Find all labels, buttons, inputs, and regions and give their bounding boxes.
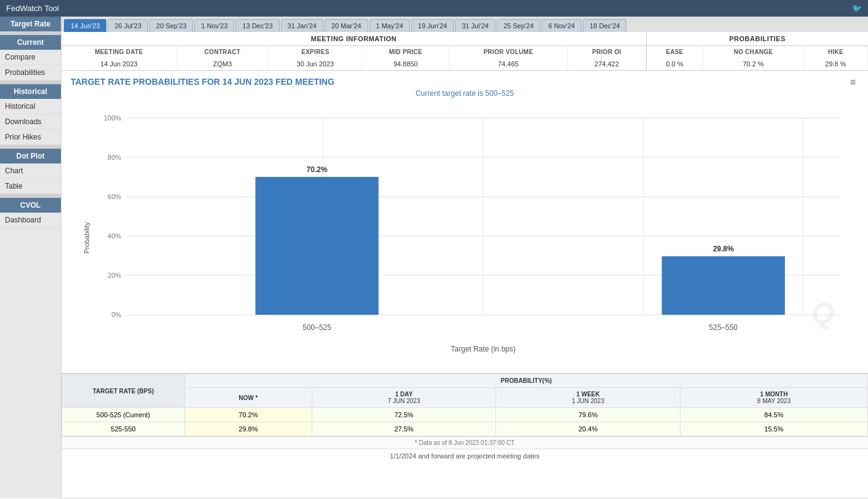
td-contract: ZQM3	[176, 58, 268, 70]
tab-bar: 14 Jun'23 26 Jul'23 20 Sep'23 1 Nov'23 1…	[61, 17, 868, 32]
td-1day-525-550: 27.5%	[312, 422, 496, 436]
tab-19jun24[interactable]: 19 Jun'24	[411, 19, 454, 32]
svg-text:20%: 20%	[108, 272, 121, 279]
svg-text:40%: 40%	[108, 232, 121, 240]
sidebar-item-chart[interactable]: Chart	[0, 163, 61, 179]
meeting-info-title: MEETING INFORMATION	[61, 32, 646, 46]
bar-525-550	[662, 256, 785, 315]
th-expires: EXPIRES	[268, 46, 362, 58]
app-title: FedWatch Tool	[6, 4, 59, 13]
probabilities-section: PROBABILITIES EASE NO CHANGE HIKE 0.0 %	[647, 32, 868, 70]
svg-text:Probability: Probability	[83, 222, 90, 254]
twitter-icon: 🐦	[852, 4, 862, 13]
meeting-info-row: 14 Jun 2023 ZQM3 30 Jun 2023 94.8850 74,…	[61, 58, 646, 70]
bar-500-525	[255, 177, 378, 315]
td-expires: 30 Jun 2023	[268, 58, 362, 70]
target-rate-button[interactable]: Target Rate	[0, 17, 61, 31]
th-mid-price: MID PRICE	[362, 46, 449, 58]
td-meeting-date: 14 Jun 2023	[61, 58, 176, 70]
td-1month-500-525: 84.5%	[680, 408, 867, 422]
chart-container: Q Probability 100% 80% 60%	[77, 103, 853, 367]
td-1month-525-550: 15.5%	[680, 422, 867, 436]
table-row-500-525: 500-525 (Current) 70.2% 72.5% 79.6% 84.5…	[62, 408, 868, 422]
svg-text:60%: 60%	[108, 193, 121, 200]
td-mid-price: 94.8850	[362, 58, 449, 70]
th-probability-pct: PROBABILITY(%)	[185, 374, 868, 388]
tab-14jun23[interactable]: 14 Jun'23	[64, 19, 106, 32]
svg-text:500–525: 500–525	[302, 323, 331, 332]
th-prior-oi: PRIOR OI	[567, 46, 645, 58]
td-rate-500-525: 500-525 (Current)	[62, 408, 185, 422]
svg-text:80%: 80%	[108, 154, 121, 161]
sidebar-item-prior-hikes[interactable]: Prior Hikes	[0, 130, 61, 145]
tab-1nov23[interactable]: 1 Nov'23	[194, 19, 234, 32]
main-panel: MEETING INFORMATION MEETING DATE CONTRAC…	[61, 32, 868, 497]
current-section-header[interactable]: Current	[0, 35, 61, 50]
td-no-change: 70.2 %	[703, 58, 803, 70]
td-now-525-550: 29.8%	[185, 422, 312, 436]
historical-section-header[interactable]: Historical	[0, 84, 61, 99]
tab-13dec23[interactable]: 13 Dec'23	[235, 19, 279, 32]
th-ease: EASE	[647, 46, 703, 58]
bar-chart-svg: Probability 100% 80% 60% 40%	[77, 103, 853, 367]
td-rate-525-550: 525-550	[62, 422, 185, 436]
meeting-info-section: MEETING INFORMATION MEETING DATE CONTRAC…	[61, 32, 647, 70]
td-hike: 29.8 %	[803, 58, 867, 70]
info-grid: MEETING INFORMATION MEETING DATE CONTRAC…	[61, 32, 868, 71]
sidebar-item-dashboard[interactable]: Dashboard	[0, 213, 61, 228]
td-now-500-525: 70.2%	[185, 408, 312, 422]
th-1month: 1 MONTH8 MAY 2023	[680, 388, 867, 408]
td-1week-500-525: 79.6%	[496, 408, 681, 422]
dot-plot-section-header[interactable]: Dot Plot	[0, 149, 61, 163]
tab-25sep24[interactable]: 25 Sep'24	[497, 19, 540, 32]
data-footnote: * Data as of 8 Jun 2023 01:37:00 CT	[61, 436, 868, 449]
th-hike: HIKE	[803, 46, 867, 58]
probabilities-title: PROBABILITIES	[647, 32, 868, 46]
chart-subtitle: Current target rate is 500–525	[71, 89, 859, 98]
th-1day: 1 DAY7 JUN 2023	[312, 388, 496, 408]
tab-6nov24[interactable]: 6 Nov'24	[542, 19, 582, 32]
td-ease: 0.0 %	[647, 58, 703, 70]
svg-text:70.2%: 70.2%	[307, 165, 328, 174]
sidebar-item-downloads[interactable]: Downloads	[0, 114, 61, 130]
th-contract: CONTRACT	[176, 46, 268, 58]
sidebar-item-table[interactable]: Table	[0, 179, 61, 194]
footer-note: 1/1/2024 and forward are projected meeti…	[61, 449, 868, 463]
tab-31jan24[interactable]: 31 Jan'24	[281, 19, 323, 32]
svg-text:29.8%: 29.8%	[713, 245, 734, 253]
td-prior-volume: 74,465	[449, 58, 567, 70]
table-row-525-550: 525-550 29.8% 27.5% 20.4% 15.5%	[62, 422, 868, 436]
sidebar: Target Rate Current Compare Probabilitie…	[0, 17, 61, 497]
th-no-change: NO CHANGE	[703, 46, 803, 58]
tab-31jul24[interactable]: 31 Jul'24	[455, 19, 495, 32]
th-1week: 1 WEEK1 JUN 2023	[496, 388, 681, 408]
th-now: NOW *	[185, 388, 312, 408]
tab-18dec24[interactable]: 18 Dec'24	[583, 19, 626, 32]
th-target-rate: TARGET RATE (BPS)	[62, 374, 185, 408]
svg-text:100%: 100%	[104, 114, 121, 122]
sidebar-item-probabilities[interactable]: Probabilities	[0, 65, 61, 81]
sidebar-item-compare[interactable]: Compare	[0, 50, 61, 65]
svg-text:525–550: 525–550	[709, 323, 738, 332]
chart-title: TARGET RATE PROBABILITIES FOR 14 JUN 202…	[71, 77, 859, 87]
td-1day-500-525: 72.5%	[312, 408, 496, 422]
th-prior-volume: PRIOR VOLUME	[449, 46, 567, 58]
tab-20sep23[interactable]: 20 Sep'23	[149, 19, 193, 32]
svg-text:Target Rate (in bps): Target Rate (in bps)	[451, 345, 515, 353]
tab-26jul23[interactable]: 26 Jul'23	[108, 19, 148, 32]
meeting-info-table: MEETING DATE CONTRACT EXPIRES MID PRICE …	[61, 46, 646, 70]
probability-data-table: TARGET RATE (BPS) PROBABILITY(%) NOW * 1…	[61, 374, 868, 436]
td-1week-525-550: 20.4%	[496, 422, 681, 436]
th-meeting-date: MEETING DATE	[61, 46, 176, 58]
svg-text:0%: 0%	[111, 311, 121, 318]
chart-menu-icon[interactable]: ≡	[850, 77, 856, 88]
title-bar: FedWatch Tool 🐦	[0, 0, 868, 17]
chart-area: TARGET RATE PROBABILITIES FOR 14 JUN 202…	[61, 71, 868, 373]
cvol-section-header[interactable]: CVOL	[0, 198, 61, 213]
tab-20mar24[interactable]: 20 Mar'24	[325, 19, 368, 32]
probabilities-table: EASE NO CHANGE HIKE 0.0 % 70.2 % 29.8 %	[647, 46, 868, 70]
sidebar-item-historical[interactable]: Historical	[0, 99, 61, 114]
tab-1may24[interactable]: 1 May'24	[369, 19, 410, 32]
probabilities-row: 0.0 % 70.2 % 29.8 %	[647, 58, 868, 70]
td-prior-oi: 274,422	[567, 58, 645, 70]
